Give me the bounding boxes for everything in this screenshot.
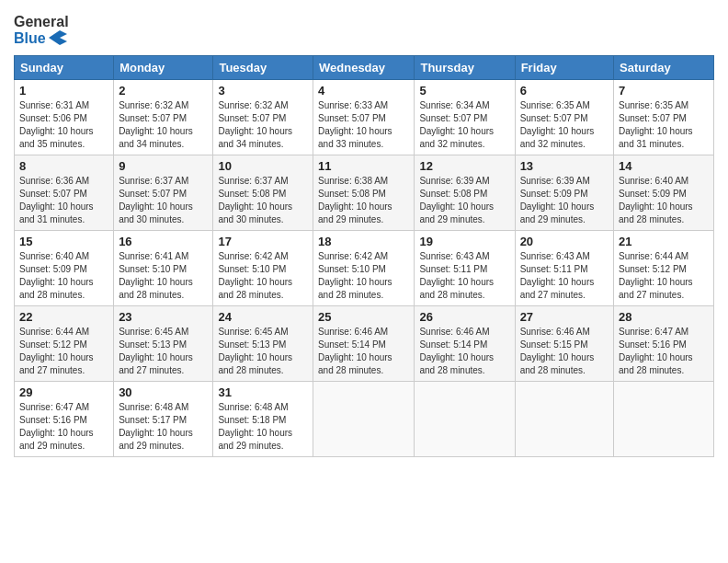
page-header: General Blue: [14, 14, 714, 46]
calendar-day-cell: 18Sunrise: 6:42 AMSunset: 5:10 PMDayligh…: [313, 231, 415, 306]
day-info: Sunrise: 6:37 AMSunset: 5:07 PMDaylight:…: [119, 176, 193, 224]
day-info: Sunrise: 6:35 AMSunset: 5:07 PMDaylight:…: [619, 100, 693, 149]
calendar-day-cell: 26Sunrise: 6:46 AMSunset: 5:14 PMDayligh…: [415, 306, 515, 382]
day-info: Sunrise: 6:32 AMSunset: 5:07 PMDaylight:…: [119, 100, 193, 149]
calendar-day-cell: [313, 382, 415, 457]
logo: General Blue: [14, 14, 69, 46]
calendar-day-cell: 24Sunrise: 6:45 AMSunset: 5:13 PMDayligh…: [213, 306, 313, 382]
svg-marker-0: [49, 30, 67, 45]
logo-bird-icon: [49, 30, 67, 45]
calendar-day-cell: 30Sunrise: 6:48 AMSunset: 5:17 PMDayligh…: [114, 382, 213, 457]
day-info: Sunrise: 6:36 AMSunset: 5:07 PMDaylight:…: [19, 176, 94, 224]
day-number: 30: [119, 385, 208, 399]
day-number: 3: [218, 84, 308, 98]
day-number: 2: [119, 84, 208, 98]
day-info: Sunrise: 6:47 AMSunset: 5:16 PMDaylight:…: [19, 402, 94, 451]
calendar-day-cell: 17Sunrise: 6:42 AMSunset: 5:10 PMDayligh…: [213, 231, 313, 306]
day-info: Sunrise: 6:46 AMSunset: 5:14 PMDaylight:…: [419, 327, 494, 375]
day-number: 26: [419, 310, 509, 324]
calendar-day-cell: [614, 382, 714, 457]
calendar-day-cell: 21Sunrise: 6:44 AMSunset: 5:12 PMDayligh…: [614, 231, 714, 306]
calendar-day-cell: 6Sunrise: 6:35 AMSunset: 5:07 PMDaylight…: [515, 80, 613, 155]
day-number: 16: [119, 235, 208, 248]
day-number: 1: [19, 84, 108, 98]
day-info: Sunrise: 6:38 AMSunset: 5:08 PMDaylight:…: [318, 176, 392, 224]
calendar-day-header: Thursday: [415, 56, 515, 80]
day-number: 7: [619, 84, 709, 98]
day-number: 17: [218, 235, 308, 248]
day-number: 23: [119, 310, 208, 324]
day-info: Sunrise: 6:44 AMSunset: 5:12 PMDaylight:…: [619, 251, 693, 300]
calendar-day-cell: 15Sunrise: 6:40 AMSunset: 5:09 PMDayligh…: [15, 231, 114, 306]
calendar-day-cell: [415, 382, 515, 457]
calendar-day-cell: 25Sunrise: 6:46 AMSunset: 5:14 PMDayligh…: [313, 306, 415, 382]
logo-text: General Blue: [14, 14, 69, 46]
day-info: Sunrise: 6:46 AMSunset: 5:14 PMDaylight:…: [318, 327, 392, 375]
calendar-day-cell: 9Sunrise: 6:37 AMSunset: 5:07 PMDaylight…: [114, 155, 213, 231]
calendar-day-header: Wednesday: [313, 56, 415, 80]
day-number: 18: [318, 235, 409, 248]
day-number: 8: [19, 159, 108, 173]
calendar-day-header: Tuesday: [213, 56, 313, 80]
calendar-day-cell: 23Sunrise: 6:45 AMSunset: 5:13 PMDayligh…: [114, 306, 213, 382]
calendar-day-cell: 16Sunrise: 6:41 AMSunset: 5:10 PMDayligh…: [114, 231, 213, 306]
day-info: Sunrise: 6:46 AMSunset: 5:15 PMDaylight:…: [520, 327, 595, 375]
calendar-day-cell: 2Sunrise: 6:32 AMSunset: 5:07 PMDaylight…: [114, 80, 213, 155]
day-number: 21: [619, 235, 709, 248]
day-info: Sunrise: 6:41 AMSunset: 5:10 PMDaylight:…: [119, 251, 193, 300]
day-number: 29: [19, 385, 108, 399]
day-number: 25: [318, 310, 409, 324]
day-number: 20: [520, 235, 609, 248]
day-number: 12: [419, 159, 509, 173]
calendar-week-row: 22Sunrise: 6:44 AMSunset: 5:12 PMDayligh…: [15, 306, 714, 382]
day-info: Sunrise: 6:48 AMSunset: 5:17 PMDaylight:…: [119, 402, 193, 451]
calendar-day-cell: 20Sunrise: 6:43 AMSunset: 5:11 PMDayligh…: [515, 231, 613, 306]
day-info: Sunrise: 6:37 AMSunset: 5:08 PMDaylight:…: [218, 176, 292, 224]
calendar-day-cell: 19Sunrise: 6:43 AMSunset: 5:11 PMDayligh…: [415, 231, 515, 306]
day-number: 15: [19, 235, 108, 248]
calendar-day-header: Saturday: [614, 56, 714, 80]
calendar-day-cell: 8Sunrise: 6:36 AMSunset: 5:07 PMDaylight…: [15, 155, 114, 231]
calendar-day-cell: 7Sunrise: 6:35 AMSunset: 5:07 PMDaylight…: [614, 80, 714, 155]
calendar-day-cell: 5Sunrise: 6:34 AMSunset: 5:07 PMDaylight…: [415, 80, 515, 155]
calendar-day-cell: 14Sunrise: 6:40 AMSunset: 5:09 PMDayligh…: [614, 155, 714, 231]
day-number: 11: [318, 159, 409, 173]
calendar-week-row: 29Sunrise: 6:47 AMSunset: 5:16 PMDayligh…: [15, 382, 714, 457]
calendar-day-cell: [515, 382, 613, 457]
day-number: 5: [419, 84, 509, 98]
day-number: 10: [218, 159, 308, 173]
day-number: 24: [218, 310, 308, 324]
day-info: Sunrise: 6:45 AMSunset: 5:13 PMDaylight:…: [218, 327, 292, 375]
day-info: Sunrise: 6:32 AMSunset: 5:07 PMDaylight:…: [218, 100, 292, 149]
day-info: Sunrise: 6:40 AMSunset: 5:09 PMDaylight:…: [19, 251, 94, 300]
calendar-day-cell: 28Sunrise: 6:47 AMSunset: 5:16 PMDayligh…: [614, 306, 714, 382]
calendar-day-cell: 11Sunrise: 6:38 AMSunset: 5:08 PMDayligh…: [313, 155, 415, 231]
day-number: 22: [19, 310, 108, 324]
day-number: 19: [419, 235, 509, 248]
day-info: Sunrise: 6:44 AMSunset: 5:12 PMDaylight:…: [19, 327, 94, 375]
calendar-day-cell: 10Sunrise: 6:37 AMSunset: 5:08 PMDayligh…: [213, 155, 313, 231]
calendar-week-row: 1Sunrise: 6:31 AMSunset: 5:06 PMDaylight…: [15, 80, 714, 155]
day-info: Sunrise: 6:43 AMSunset: 5:11 PMDaylight:…: [419, 251, 494, 300]
calendar-day-cell: 1Sunrise: 6:31 AMSunset: 5:06 PMDaylight…: [15, 80, 114, 155]
day-info: Sunrise: 6:43 AMSunset: 5:11 PMDaylight:…: [520, 251, 595, 300]
day-info: Sunrise: 6:47 AMSunset: 5:16 PMDaylight:…: [619, 327, 693, 375]
calendar-day-cell: 29Sunrise: 6:47 AMSunset: 5:16 PMDayligh…: [15, 382, 114, 457]
logo-blue: Blue: [14, 30, 69, 47]
calendar-week-row: 15Sunrise: 6:40 AMSunset: 5:09 PMDayligh…: [15, 231, 714, 306]
calendar-day-cell: 31Sunrise: 6:48 AMSunset: 5:18 PMDayligh…: [213, 382, 313, 457]
day-info: Sunrise: 6:42 AMSunset: 5:10 PMDaylight:…: [218, 251, 292, 300]
calendar-day-cell: 27Sunrise: 6:46 AMSunset: 5:15 PMDayligh…: [515, 306, 613, 382]
day-info: Sunrise: 6:33 AMSunset: 5:07 PMDaylight:…: [318, 100, 392, 149]
day-number: 28: [619, 310, 709, 324]
calendar-day-cell: 4Sunrise: 6:33 AMSunset: 5:07 PMDaylight…: [313, 80, 415, 155]
day-number: 31: [218, 385, 308, 399]
day-number: 27: [520, 310, 609, 324]
calendar-header-row: SundayMondayTuesdayWednesdayThursdayFrid…: [15, 56, 714, 80]
day-info: Sunrise: 6:42 AMSunset: 5:10 PMDaylight:…: [318, 251, 392, 300]
day-number: 6: [520, 84, 609, 98]
calendar-day-cell: 12Sunrise: 6:39 AMSunset: 5:08 PMDayligh…: [415, 155, 515, 231]
day-info: Sunrise: 6:48 AMSunset: 5:18 PMDaylight:…: [218, 402, 292, 451]
logo-general: General: [14, 14, 69, 30]
calendar-table: SundayMondayTuesdayWednesdayThursdayFrid…: [14, 55, 714, 457]
